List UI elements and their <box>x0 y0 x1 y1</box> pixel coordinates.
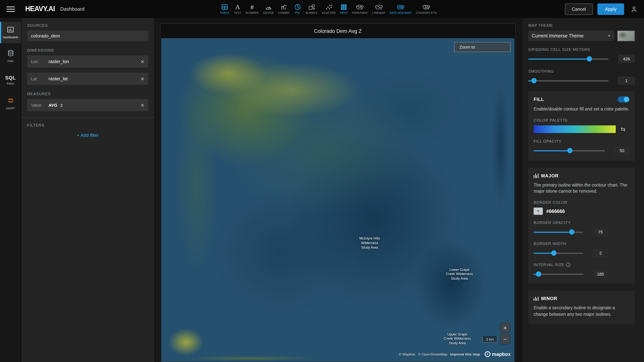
chevron-down-icon: ▼ <box>607 34 611 38</box>
pie-icon <box>294 4 301 10</box>
osm-attribution-link[interactable]: © OpenStreetMap <box>418 352 447 356</box>
smoothing-value[interactable]: 1 <box>618 77 635 85</box>
user-account-button[interactable] <box>630 5 638 13</box>
interval-size-slider[interactable] <box>534 271 583 277</box>
map-zoom-controls: + − <box>500 323 510 344</box>
fill-card: FILL Enable/disable contour fill and set… <box>528 91 635 161</box>
border-width-value[interactable]: 2 <box>593 249 608 257</box>
map-theme-select[interactable]: Current Immerse Theme ▼ <box>528 31 614 41</box>
chart-area: Colorado Dem Avg Z Zoom to McIntyre Hill… <box>155 18 522 362</box>
nav-rail: Dashboards Data SQL Editor jupyter <box>0 18 22 362</box>
table-icon <box>221 4 228 10</box>
contour-map[interactable] <box>161 38 514 361</box>
svg-text:A: A <box>235 4 240 10</box>
map-scale: 3 km <box>482 336 497 342</box>
topbar-actions: Cancel Apply <box>565 3 644 15</box>
border-color-swatch[interactable]: ▼ <box>534 208 543 215</box>
chart-type-pointmap[interactable]: POINTMAP <box>352 4 368 14</box>
apply-button[interactable]: Apply <box>598 3 624 15</box>
svg-text:#: # <box>250 4 254 10</box>
cancel-button[interactable]: Cancel <box>565 3 593 15</box>
gridding-slider[interactable] <box>528 56 608 62</box>
chart-type-bubble[interactable]: BUBBLE <box>306 4 318 14</box>
remove-measure-icon[interactable]: ✕ <box>137 102 148 108</box>
menu-button[interactable] <box>0 5 22 13</box>
nav-dashboards[interactable]: Dashboards <box>0 22 21 43</box>
remove-dimension-lon-icon[interactable]: ✕ <box>137 59 148 64</box>
measure-value-row[interactable]: Value AVG z ✕ <box>27 99 148 111</box>
fill-opacity-value[interactable]: 50 <box>614 146 630 155</box>
geo-heatmap-icon <box>396 4 405 10</box>
border-color-value[interactable]: #666666 <box>546 209 565 214</box>
topbar: HEAVY.AI Dashboard TABLE A TEXT # NUMBER… <box>0 0 644 18</box>
attribution: © Mapbox © OpenStreetMap Improve this ma… <box>399 352 480 356</box>
number-icon: # <box>248 4 256 10</box>
remove-dimension-lat-icon[interactable]: ✕ <box>137 76 148 82</box>
interval-size-value[interactable]: 185 <box>593 270 608 278</box>
nav-jupyter[interactable]: jupyter <box>0 93 21 114</box>
filters-label: FILTERS <box>27 123 148 127</box>
chart-type-picker: TABLE A TEXT # NUMBER GAUGE COMBO PIE <box>220 0 437 18</box>
minor-description: Enable a secondary isoline to designate … <box>534 305 630 317</box>
chart-type-scatter[interactable]: SCATTER <box>322 4 336 14</box>
app-root: HEAVY.AI Dashboard TABLE A TEXT # NUMBER… <box>0 0 644 362</box>
chart-type-gauge[interactable]: GAUGE <box>263 4 274 14</box>
map-canvas[interactable]: Zoom to McIntyre Hills Wilderness Study … <box>161 38 514 361</box>
text-icon: A <box>234 4 242 10</box>
pointmap-icon <box>356 4 364 10</box>
border-opacity-value[interactable]: 75 <box>593 228 608 236</box>
zoom-out-button[interactable]: − <box>500 334 510 344</box>
bubble-icon <box>308 4 315 10</box>
chart-type-text[interactable]: A TEXT <box>234 4 242 14</box>
map-label-upper-grape: Upper Grape Creek Wilderness Study Area <box>444 332 471 345</box>
fill-title: FILL <box>534 97 544 102</box>
map-label-mcintyre: McIntyre Hills Wilderness Study Area <box>359 237 380 250</box>
border-width-slider[interactable] <box>534 250 583 256</box>
border-opacity-slider[interactable] <box>534 229 583 235</box>
chart-type-heat[interactable]: HEAT <box>340 4 348 14</box>
add-filter-button[interactable]: + Add filter <box>27 133 148 138</box>
border-color-label: BORDER COLOR <box>534 200 630 204</box>
chart-type-pie[interactable]: PIE <box>294 4 301 14</box>
color-palette-bar[interactable] <box>534 125 616 133</box>
gridding-value[interactable]: 426 <box>618 55 635 63</box>
smoothing-slider[interactable] <box>528 78 608 83</box>
chart-type-table[interactable]: TABLE <box>220 4 229 14</box>
border-width-label: BORDER WIDTH <box>534 242 630 246</box>
mapbox-logo[interactable]: ✦ mapbox <box>485 351 511 357</box>
map-theme-thumbnail[interactable] <box>617 31 635 41</box>
dashboards-icon <box>7 26 14 34</box>
chart-type-combo[interactable]: COMBO <box>278 4 290 14</box>
combo-icon <box>280 4 288 10</box>
major-description: The primary isoline within the contour c… <box>534 182 630 195</box>
choropleth-icon <box>422 4 431 10</box>
reverse-palette-icon[interactable]: ⇆ <box>621 126 626 132</box>
border-opacity-label: BORDER OPACITY <box>534 221 630 225</box>
major-isoline-icon <box>534 173 538 178</box>
fill-description: Enable/disable contour fill and set a co… <box>534 106 630 112</box>
zoom-to-button[interactable]: Zoom to <box>454 42 511 52</box>
nav-sql-editor[interactable]: SQL Editor <box>0 69 21 91</box>
fill-toggle[interactable] <box>618 96 630 102</box>
color-palette-label: COLOR PALETTE <box>534 118 630 122</box>
chart-type-number[interactable]: # NUMBER <box>246 4 259 14</box>
jupyter-icon <box>7 98 14 105</box>
major-isoline-card: MAJOR The primary isoline within the con… <box>528 168 635 284</box>
brand-logo: HEAVY.AI <box>25 5 55 13</box>
chart-type-choropleth[interactable]: CHOROPLETH <box>416 4 437 14</box>
fill-opacity-slider[interactable] <box>534 148 605 153</box>
minor-isoline-icon <box>534 296 538 301</box>
linemap-icon <box>374 4 383 10</box>
sources-label: SOURCES <box>27 23 148 28</box>
source-select[interactable]: colorado_dem <box>27 31 148 41</box>
nav-data[interactable]: Data <box>0 46 21 67</box>
mapbox-attribution-link[interactable]: © Mapbox <box>399 352 416 356</box>
fill-opacity-label: FILL OPACITY <box>534 139 630 143</box>
zoom-in-button[interactable]: + <box>500 323 510 332</box>
dimension-lon-row[interactable]: Lon raster_lon ✕ <box>27 56 148 68</box>
chart-type-linemap[interactable]: LINEMAP <box>372 4 386 14</box>
improve-map-link[interactable]: Improve this map <box>450 352 480 356</box>
chart-type-geo-heatmap[interactable]: GEO HEATMAP <box>390 4 412 14</box>
info-icon[interactable]: i <box>566 263 570 267</box>
dimension-lat-row[interactable]: Lat raster_lat ✕ <box>27 73 148 85</box>
